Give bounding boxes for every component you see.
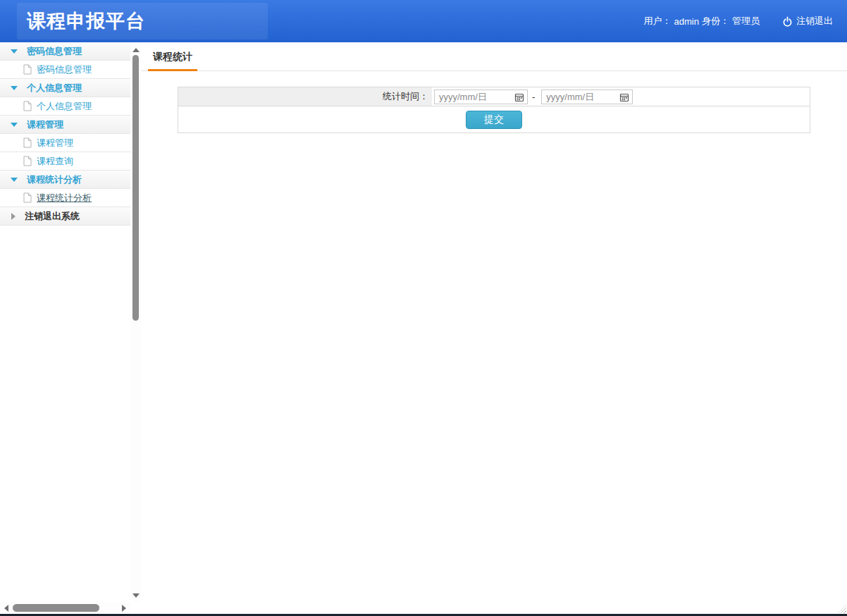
form-row-submit: 提交 <box>178 106 810 133</box>
sidebar-item-course-query[interactable]: 课程查询 <box>0 152 130 171</box>
calendar-icon[interactable] <box>514 92 524 105</box>
app-title: 课程申报平台 <box>17 8 145 34</box>
document-icon <box>23 101 37 111</box>
date-range-separator: - <box>532 92 535 102</box>
sidebar-group-label: 个人信息管理 <box>27 82 82 94</box>
sidebar-group-label: 课程管理 <box>27 118 63 131</box>
sidebar-item-course-management[interactable]: 课程管理 <box>0 134 130 152</box>
scroll-right-icon[interactable] <box>122 605 126 612</box>
sidebar-group-logout-system[interactable]: 注销退出系统 <box>0 207 130 226</box>
sidebar-item-personal-info[interactable]: 个人信息管理 <box>0 97 130 116</box>
app-title-box: 课程申报平台 <box>17 3 268 39</box>
sidebar-group-password-management[interactable]: 密码信息管理 <box>0 42 130 61</box>
logout-button[interactable]: 注销退出 <box>782 15 833 27</box>
form-row-time: 统计时间： <box>178 87 810 106</box>
tab-course-statistics[interactable]: 课程统计 <box>148 42 197 71</box>
submit-button[interactable]: 提交 <box>466 111 522 129</box>
scroll-left-icon[interactable] <box>4 605 8 612</box>
calendar-icon[interactable] <box>619 92 629 105</box>
start-date-wrap <box>434 90 528 104</box>
sidebar-group-personal-info[interactable]: 个人信息管理 <box>0 79 130 97</box>
triangle-down-icon <box>11 123 18 127</box>
sidebar-item-label: 课程查询 <box>37 155 73 168</box>
app-header: 课程申报平台 用户： admin 身份： 管理员 注销退出 <box>0 0 847 42</box>
role-label: 身份： <box>702 15 729 27</box>
document-icon <box>23 192 37 203</box>
sidebar-item-label: 个人信息管理 <box>37 100 92 113</box>
sidebar-item-course-statistics[interactable]: 课程统计分析 <box>0 189 130 207</box>
logout-label: 注销退出 <box>796 15 833 27</box>
triangle-down-icon <box>11 178 18 182</box>
triangle-down-icon <box>11 49 18 54</box>
statistics-form: 统计时间： <box>178 87 810 133</box>
time-label: 统计时间： <box>178 87 432 106</box>
user-name: admin <box>674 16 699 27</box>
sidebar-vertical-scrollbar[interactable] <box>130 42 141 602</box>
triangle-right-icon <box>11 213 16 220</box>
vertical-scrollbar-thumb[interactable] <box>132 55 139 321</box>
document-icon <box>23 156 37 166</box>
end-date-wrap <box>541 90 633 104</box>
document-icon <box>23 137 37 148</box>
sidebar-item-label: 课程管理 <box>37 137 73 149</box>
scroll-down-icon[interactable] <box>132 593 140 598</box>
triangle-down-icon <box>11 86 18 90</box>
sidebar-group-course-statistics[interactable]: 课程统计分析 <box>0 171 130 189</box>
sidebar-item-password-management[interactable]: 密码信息管理 <box>0 61 130 79</box>
header-right: 用户： admin 身份： 管理员 注销退出 <box>644 0 833 42</box>
sidebar: 密码信息管理 密码信息管理 个人信息管理 <box>0 42 141 614</box>
main-content: 课程统计 统计时间： <box>141 42 847 614</box>
tab-strip: 课程统计 <box>141 42 847 71</box>
page: 课程申报平台 用户： admin 身份： 管理员 注销退出 <box>0 0 847 616</box>
user-info: 用户： admin 身份： 管理员 <box>644 15 762 27</box>
sidebar-item-label: 课程统计分析 <box>37 192 92 204</box>
role-name: 管理员 <box>732 15 760 27</box>
sidebar-group-label: 课程统计分析 <box>27 173 82 186</box>
document-icon <box>23 64 37 75</box>
time-value-cell: - <box>432 87 810 106</box>
user-label: 用户： <box>644 15 672 27</box>
sidebar-group-label: 注销退出系统 <box>25 210 80 223</box>
sidebar-item-label: 密码信息管理 <box>37 63 92 76</box>
horizontal-scrollbar-thumb[interactable] <box>13 604 99 612</box>
sidebar-horizontal-scrollbar[interactable] <box>0 602 130 614</box>
sidebar-group-label: 密码信息管理 <box>27 45 82 58</box>
power-icon <box>782 16 796 27</box>
sidebar-menu: 密码信息管理 密码信息管理 个人信息管理 <box>0 42 130 226</box>
scroll-up-icon[interactable] <box>132 48 140 52</box>
sidebar-group-course-management[interactable]: 课程管理 <box>0 116 130 134</box>
